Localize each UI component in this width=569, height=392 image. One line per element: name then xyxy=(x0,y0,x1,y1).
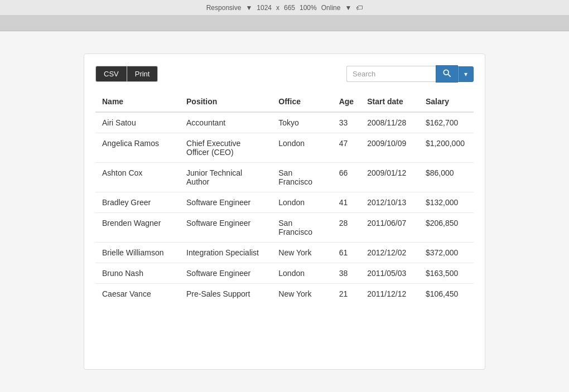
table-row: Bradley GreerSoftware EngineerLondon4120… xyxy=(95,192,474,213)
csv-button[interactable]: CSV xyxy=(95,66,127,82)
height-value: 665 xyxy=(284,4,295,12)
cell-salary: $86,000 xyxy=(419,163,474,192)
cell-office: London xyxy=(272,263,332,284)
cell-office: New York xyxy=(272,284,332,304)
data-table: Name Position Office Age Start date Sala… xyxy=(95,91,474,304)
cell-position: Junior Technical Author xyxy=(180,163,272,192)
cell-salary: $132,000 xyxy=(419,192,474,213)
cell-office: San Francisco xyxy=(272,213,332,243)
search-input[interactable] xyxy=(346,66,436,82)
table-header: Name Position Office Age Start date Sala… xyxy=(95,91,474,112)
cell-office: London xyxy=(272,192,332,213)
cell-name: Caesar Vance xyxy=(95,284,180,304)
cell-office: New York xyxy=(272,243,332,263)
table-row: Brielle WilliamsonIntegration Specialist… xyxy=(95,243,474,263)
cell-age: 41 xyxy=(332,192,360,213)
cell-startdate: 2009/10/09 xyxy=(360,133,419,163)
main-card: CSV Print ▾ Name Position xyxy=(84,54,485,370)
cell-startdate: 2012/12/02 xyxy=(360,243,419,263)
cell-position: Pre-Sales Support xyxy=(180,284,272,304)
cell-position: Software Engineer xyxy=(180,263,272,284)
cell-age: 61 xyxy=(332,243,360,263)
dev-toolbar: Responsive ▼ 1024 x 665 100% Online ▼ 🏷 xyxy=(0,0,569,16)
col-header-position[interactable]: Position xyxy=(180,91,272,112)
table-row: Bruno NashSoftware EngineerLondon382011/… xyxy=(95,263,474,284)
online-arrow: ▼ xyxy=(345,4,351,12)
browser-bar xyxy=(0,16,569,31)
cell-position: Accountant xyxy=(180,112,272,133)
tag-icon: 🏷 xyxy=(356,4,363,12)
col-header-office[interactable]: Office xyxy=(272,91,332,112)
cell-salary: $1,200,000 xyxy=(419,133,474,163)
toolbar: CSV Print ▾ xyxy=(95,65,474,83)
cell-salary: $206,850 xyxy=(419,213,474,243)
responsive-label[interactable]: Responsive xyxy=(206,4,242,12)
col-header-age[interactable]: Age xyxy=(332,91,360,112)
x-separator: x xyxy=(276,4,279,12)
cell-startdate: 2008/11/28 xyxy=(360,112,419,133)
cell-name: Ashton Cox xyxy=(95,163,180,192)
cell-startdate: 2011/05/03 xyxy=(360,263,419,284)
cell-position: Integration Specialist xyxy=(180,243,272,263)
cell-age: 33 xyxy=(332,112,360,133)
search-icon xyxy=(443,69,451,77)
cell-office: San Francisco xyxy=(272,163,332,192)
zoom-value[interactable]: 100% xyxy=(300,4,317,12)
col-header-startdate[interactable]: Start date xyxy=(360,91,419,112)
table-row: Caesar VancePre-Sales SupportNew York212… xyxy=(95,284,474,304)
search-group: ▾ xyxy=(346,65,474,83)
cell-name: Angelica Ramos xyxy=(95,133,180,163)
cell-startdate: 2009/01/12 xyxy=(360,163,419,192)
cell-startdate: 2011/12/12 xyxy=(360,284,419,304)
table-row: Airi SatouAccountantTokyo332008/11/28$16… xyxy=(95,112,474,133)
cell-office: London xyxy=(272,133,332,163)
cell-startdate: 2012/10/13 xyxy=(360,192,419,213)
width-value: 1024 xyxy=(257,4,272,12)
cell-name: Bruno Nash xyxy=(95,263,180,284)
cell-position: Software Engineer xyxy=(180,213,272,243)
cell-salary: $372,000 xyxy=(419,243,474,263)
cell-age: 21 xyxy=(332,284,360,304)
table-row: Ashton CoxJunior Technical AuthorSan Fra… xyxy=(95,163,474,192)
cell-name: Airi Satou xyxy=(95,112,180,133)
col-header-name[interactable]: Name xyxy=(95,91,180,112)
col-header-salary[interactable]: Salary xyxy=(419,91,474,112)
cell-age: 47 xyxy=(332,133,360,163)
table-row: Angelica RamosChief Executive Officer (C… xyxy=(95,133,474,163)
search-button[interactable] xyxy=(436,65,458,83)
export-buttons: CSV Print xyxy=(95,66,158,82)
table-row: Brenden WagnerSoftware EngineerSan Franc… xyxy=(95,213,474,243)
cell-salary: $106,450 xyxy=(419,284,474,304)
svg-line-1 xyxy=(448,74,450,76)
cell-office: Tokyo xyxy=(272,112,332,133)
search-dropdown-button[interactable]: ▾ xyxy=(458,66,474,82)
cell-name: Brenden Wagner xyxy=(95,213,180,243)
online-label[interactable]: Online xyxy=(321,4,341,12)
cell-age: 66 xyxy=(332,163,360,192)
cell-position: Software Engineer xyxy=(180,192,272,213)
cell-salary: $163,500 xyxy=(419,263,474,284)
table-body: Airi SatouAccountantTokyo332008/11/28$16… xyxy=(95,112,474,304)
cell-name: Brielle Williamson xyxy=(95,243,180,263)
print-button[interactable]: Print xyxy=(127,66,158,82)
cell-position: Chief Executive Officer (CEO) xyxy=(180,133,272,163)
cell-name: Bradley Greer xyxy=(95,192,180,213)
cell-age: 28 xyxy=(332,213,360,243)
cell-startdate: 2011/06/07 xyxy=(360,213,419,243)
responsive-arrow: ▼ xyxy=(245,4,252,12)
cell-salary: $162,700 xyxy=(419,112,474,133)
page-container: CSV Print ▾ Name Position xyxy=(0,31,569,392)
header-row: Name Position Office Age Start date Sala… xyxy=(95,91,474,112)
cell-age: 38 xyxy=(332,263,360,284)
